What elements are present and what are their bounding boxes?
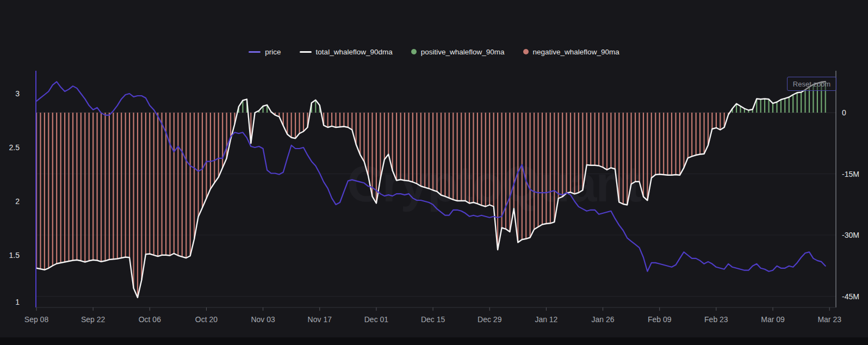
price-line-swatch	[249, 51, 261, 53]
x-axis-label: Jan 12	[535, 315, 557, 324]
x-axis-label: Sep 22	[81, 315, 106, 324]
legend-label-total-whaleflow: total_whaleflow_90dma	[316, 48, 393, 56]
x-axis-label: Mar 23	[817, 315, 841, 324]
total-whaleflow-line-swatch	[300, 51, 312, 53]
x-axis-label: Oct 20	[195, 315, 218, 324]
legend-label-negative-whaleflow: negative_whaleflow_90ma	[533, 48, 619, 56]
y-axis-right-label: 0	[842, 108, 846, 117]
legend-label-price: price	[265, 48, 281, 56]
x-axis-label: Dec 15	[421, 315, 445, 324]
y-axis-left-label: 2	[15, 197, 20, 206]
y-axis-right-label: -15M	[842, 170, 859, 178]
y-axis-left-label: 3	[15, 89, 20, 98]
x-axis-label: Jan 26	[592, 315, 615, 324]
x-axis-label: Feb 09	[648, 315, 672, 324]
y-axis-left-label: 2.5	[9, 143, 20, 152]
legend-item-negative-whaleflow[interactable]: negative_whaleflow_90ma	[523, 48, 619, 56]
legend-label-positive-whaleflow: positive_whaleflow_90ma	[421, 48, 505, 56]
x-axis-label: Mar 09	[761, 315, 785, 324]
x-axis-label: Feb 23	[704, 315, 728, 324]
price-line	[36, 82, 826, 272]
total-whaleflow-line	[36, 82, 826, 298]
y-axis-right-label: -45M	[842, 292, 859, 301]
chart-panel: CryptoQuant Sep 08Sep 22Oct 06Oct 20Nov …	[0, 0, 868, 345]
negative-whaleflow-dot-swatch	[523, 49, 529, 54]
y-axis-right-label: -30M	[842, 231, 859, 239]
x-axis-label: Dec 01	[364, 315, 389, 324]
bottom-strip	[0, 337, 868, 345]
y-axis-left-label: 1	[15, 298, 20, 306]
y-axis-left-label: 1.5	[9, 251, 20, 260]
x-axis-label: Sep 08	[24, 315, 49, 324]
legend-item-price[interactable]: price	[249, 48, 281, 56]
legend-item-total-whaleflow[interactable]: total_whaleflow_90dma	[300, 48, 393, 56]
positive-whaleflow-dot-swatch	[411, 49, 417, 54]
x-axis-label: Dec 29	[478, 315, 502, 324]
x-axis-label: Nov 17	[308, 315, 332, 324]
chart-legend: price total_whaleflow_90dma positive_wha…	[0, 46, 868, 58]
legend-item-positive-whaleflow[interactable]: positive_whaleflow_90ma	[411, 48, 505, 56]
x-axis-label: Nov 03	[251, 315, 275, 324]
x-axis-label: Oct 06	[139, 315, 161, 324]
reset-zoom-button[interactable]: Reset zoom	[787, 77, 836, 91]
